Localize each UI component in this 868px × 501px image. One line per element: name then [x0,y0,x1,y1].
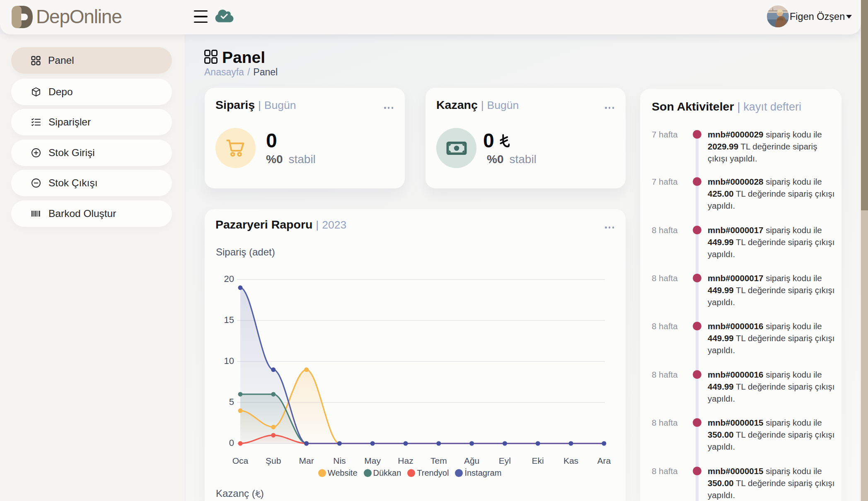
svg-text:Haz: Haz [398,456,413,465]
svg-text:Kas: Kas [563,456,578,465]
svg-text:Ağu: Ağu [464,456,479,465]
svg-text:Ara: Ara [597,456,611,465]
svg-text:Şub: Şub [266,456,281,465]
svg-text:Oca: Oca [232,456,249,465]
svg-text:15: 15 [224,315,234,325]
svg-text:Nis: Nis [333,456,346,465]
svg-text:Mar: Mar [299,456,314,465]
svg-text:May: May [364,456,381,465]
svg-text:0: 0 [229,438,234,448]
svg-text:10: 10 [224,356,234,366]
svg-text:Eyl: Eyl [499,456,511,465]
svg-text:5: 5 [229,397,234,407]
svg-text:Eki: Eki [532,456,544,465]
svg-text:Tem: Tem [430,456,447,465]
svg-text:20: 20 [224,274,234,284]
